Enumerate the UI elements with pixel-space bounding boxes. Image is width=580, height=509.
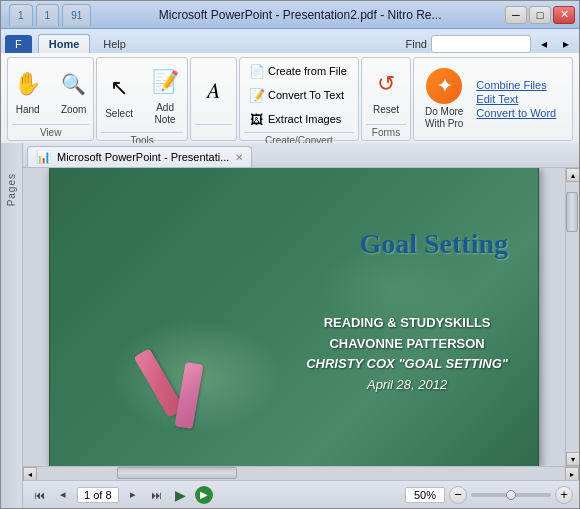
scroll-left-button[interactable]: ◂ — [23, 467, 37, 481]
group-style-buttons: 𝐴 — [195, 60, 232, 122]
extract-images-button[interactable]: 🖼 Extract Images — [244, 108, 354, 130]
zoom-area: 50% − + — [405, 486, 573, 504]
upgrade-links: Combine Files Edit Text Convert to Word — [470, 60, 562, 138]
horizontal-scrollbar[interactable]: ◂ ▸ — [23, 466, 579, 480]
do-more-icon: ✦ — [426, 68, 462, 104]
tab-file[interactable]: F — [5, 35, 32, 53]
tab-1b: 1 — [36, 4, 60, 26]
tab-91: 91 — [62, 4, 91, 26]
edit-text-link[interactable]: Edit Text — [476, 93, 556, 105]
convert-to-word-link[interactable]: Convert to Word — [476, 107, 556, 119]
document-tabs: 📊 Microsoft PowerPoint - Presentati... ✕ — [23, 143, 579, 168]
doc-tab-close[interactable]: ✕ — [235, 152, 243, 163]
doc-tab-icon: 📊 — [36, 150, 51, 164]
sidebar-pages: Pages — [1, 143, 23, 508]
tab-home-label: Home — [49, 38, 80, 50]
create-from-file-label: Create from File — [268, 65, 347, 77]
select-button[interactable]: ↖ Select — [98, 66, 140, 124]
zoom-minus-button[interactable]: − — [449, 486, 467, 504]
do-more-button[interactable]: ✦ Do More With Pro — [418, 60, 470, 138]
find-next-button[interactable]: ▸ — [557, 35, 575, 53]
scroll-track-v[interactable] — [566, 182, 579, 452]
convert-to-text-label: Convert To Text — [268, 89, 344, 101]
find-prev-button[interactable]: ◂ — [535, 35, 553, 53]
scroll-thumb-v[interactable] — [566, 192, 578, 232]
quick-access-toolbar: 1 1 91 — [5, 2, 95, 28]
scroll-down-button[interactable]: ▾ — [566, 452, 579, 466]
extract-images-label: Extract Images — [268, 113, 341, 125]
close-button[interactable]: ✕ — [553, 6, 575, 24]
titlebar: 1 1 91 Microsoft PowerPoint - Presentati… — [1, 1, 579, 29]
group-view-buttons: ✋ Hand 🔍 Zoom — [12, 60, 89, 122]
group-upgrade: ✦ Do More With Pro Combine Files Edit Te… — [413, 57, 573, 141]
page-info: 1 of 8 — [77, 487, 119, 503]
create-from-file-button[interactable]: 📄 Create from File — [244, 60, 354, 82]
slide-text: READING & STUDYSKILLS CHAVONNE PATTERSON… — [306, 313, 508, 396]
document-tab[interactable]: 📊 Microsoft PowerPoint - Presentati... ✕ — [27, 146, 252, 167]
scroll-up-button[interactable]: ▴ — [566, 168, 579, 182]
window-title: Microsoft PowerPoint - Presentation2.pdf… — [95, 8, 505, 22]
zoom-slider[interactable] — [471, 493, 551, 497]
tab-file-label: F — [15, 38, 22, 50]
play-button[interactable]: ▶ — [171, 485, 191, 505]
tab-home[interactable]: Home — [38, 34, 91, 53]
main-area: Pages 📊 Microsoft PowerPoint - Presentat… — [1, 143, 579, 508]
play-green-button[interactable]: ▶ — [195, 486, 213, 504]
do-more-label: Do More With Pro — [425, 106, 463, 130]
zoom-slider-thumb[interactable] — [506, 490, 516, 500]
group-view-label: View — [12, 124, 89, 138]
hand-label: Hand — [16, 104, 40, 116]
group-view: ✋ Hand 🔍 Zoom View — [7, 57, 94, 141]
tab-help[interactable]: Help — [92, 34, 137, 53]
scroll-thumb-h[interactable] — [117, 467, 237, 479]
group-create-convert: 📄 Create from File 📝 Convert To Text 🖼 E… — [239, 57, 359, 141]
sidebar-label: Pages — [6, 173, 17, 206]
maximize-button[interactable]: □ — [529, 6, 551, 24]
add-note-button[interactable]: 📝 Add Note — [144, 60, 186, 130]
style-icon: 𝐴 — [195, 73, 231, 109]
zoom-button[interactable]: 🔍 Zoom — [53, 62, 95, 120]
slide-line4: April 28, 2012 — [306, 375, 508, 396]
document-area: 📊 Microsoft PowerPoint - Presentati... ✕ — [23, 143, 579, 508]
ribbon-tabs: F Home Help Find ◂ ▸ — [1, 29, 579, 53]
slide-line1: READING & STUDYSKILLS — [306, 313, 508, 334]
group-forms-label: Forms — [366, 124, 406, 138]
select-label: Select — [105, 108, 133, 120]
group-tools-buttons: ↖ Select 📝 Add Note — [101, 60, 183, 130]
slide-line2: CHAVONNE PATTERSON — [306, 334, 508, 355]
hand-icon: ✋ — [10, 66, 46, 102]
zoom-icon: 🔍 — [56, 66, 92, 102]
reset-label: Reset — [373, 104, 399, 116]
zoom-plus-button[interactable]: + — [555, 486, 573, 504]
window: 1 1 91 Microsoft PowerPoint - Presentati… — [0, 0, 580, 509]
convert-to-text-button[interactable]: 📝 Convert To Text — [244, 84, 354, 106]
nav-last-button[interactable]: ⏭ — [147, 486, 167, 504]
scroll-track-h[interactable] — [37, 467, 565, 480]
reset-button[interactable]: ↺ Reset — [365, 62, 407, 120]
convert-text-icon: 📝 — [249, 87, 265, 103]
combine-files-link[interactable]: Combine Files — [476, 79, 556, 91]
group-style: 𝐴 — [190, 57, 237, 141]
add-note-icon: 📝 — [147, 64, 183, 100]
slide-title: Goal Setting — [359, 228, 508, 260]
hand-button[interactable]: ✋ Hand — [7, 62, 49, 120]
nav-first-button[interactable]: ⏮ — [29, 486, 49, 504]
extract-images-icon: 🖼 — [249, 111, 265, 127]
nav-prev-button[interactable]: ◂ — [53, 486, 73, 504]
nav-next-button[interactable]: ▸ — [123, 486, 143, 504]
slide-line3: CHRISTY COX "GOAL SETTING" — [306, 354, 508, 375]
vertical-scrollbar[interactable]: ▴ ▾ — [565, 168, 579, 466]
add-note-label: Add Note — [151, 102, 179, 126]
document-content: Goal Setting READING & STUDYSKILLS CHAVO… — [23, 168, 565, 466]
ribbon-content: ✋ Hand 🔍 Zoom View ↖ Select 📝 Add Note — [1, 53, 579, 143]
find-input[interactable] — [431, 35, 531, 53]
minimize-button[interactable]: ─ — [505, 6, 527, 24]
doc-tab-label: Microsoft PowerPoint - Presentati... — [57, 151, 229, 163]
style-button[interactable]: 𝐴 — [192, 69, 234, 113]
zoom-level: 50% — [405, 487, 445, 503]
slide: Goal Setting READING & STUDYSKILLS CHAVO… — [49, 168, 539, 466]
create-file-icon: 📄 — [249, 63, 265, 79]
find-label: Find — [406, 38, 427, 50]
document-scroll-area: Goal Setting READING & STUDYSKILLS CHAVO… — [23, 168, 579, 466]
scroll-right-button[interactable]: ▸ — [565, 467, 579, 481]
